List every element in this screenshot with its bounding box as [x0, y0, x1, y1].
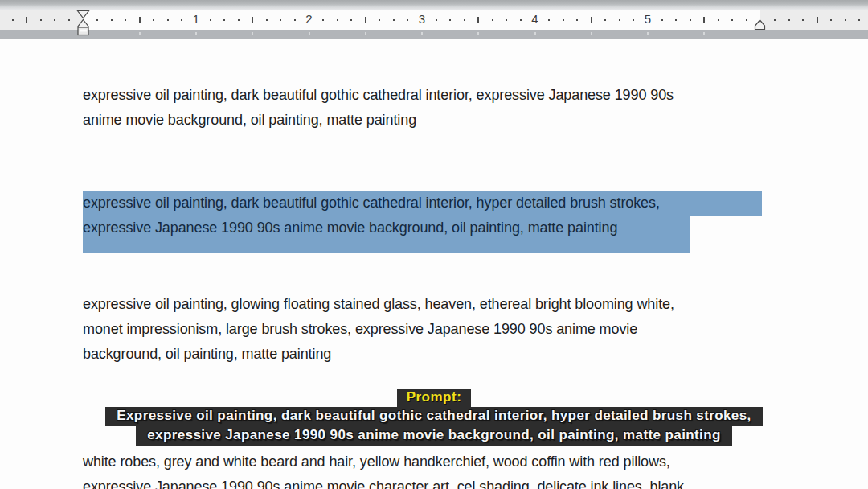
indent-marker-right-icon[interactable] [753, 19, 767, 31]
prompt-label: Prompt: [397, 389, 472, 407]
paragraph-4[interactable]: white robes, grey and white beard and ha… [83, 450, 684, 489]
text-line[interactable]: expressive oil painting, glowing floatin… [83, 292, 674, 317]
ruler-dot [125, 19, 126, 21]
text-line[interactable]: monet impressionism, large brush strokes… [83, 317, 674, 342]
ruler-halfinch-tick [252, 17, 253, 23]
ruler-dot [661, 19, 663, 21]
ruler-halfinch-tick [365, 17, 366, 23]
ruler-dot [548, 19, 550, 21]
ruler-halfinch-tick [477, 17, 479, 23]
ruler-dot [845, 19, 846, 21]
ruler-dot [266, 19, 268, 21]
ruler-band-tick [421, 32, 423, 35]
ruler-halfinch-tick [591, 17, 592, 23]
ruler-dot [111, 19, 113, 21]
ruler-dot [633, 19, 634, 21]
paragraph-2-selected[interactable]: expressive oil painting, dark beautiful … [83, 191, 660, 240]
ruler-dot [350, 19, 352, 21]
ruler-lower-band [0, 30, 868, 39]
subtitle-line: Expressive oil painting, dark beautiful … [105, 407, 762, 426]
ruler-halfinch-tick [139, 17, 141, 23]
ruler-number: 5 [640, 11, 656, 27]
ruler-dot [436, 19, 437, 21]
ruler-band-tick [477, 32, 479, 35]
ruler-dot [210, 19, 211, 21]
ruler-dot [675, 19, 677, 21]
ruler-dot [858, 19, 860, 21]
ruler-band-tick [252, 32, 253, 35]
ruler-dot [407, 19, 408, 21]
word-processor-window: 12345 expressive oil painting, dark beau… [0, 0, 868, 489]
subtitle-overlay: Prompt: Expressive oil painting, dark be… [0, 389, 868, 446]
text-line[interactable]: anime movie background, oil painting, ma… [83, 108, 674, 133]
ruler-dot [379, 19, 380, 21]
ruler-dot [774, 19, 776, 21]
ruler-dot [464, 19, 465, 21]
indent-marker-left-icon[interactable] [76, 10, 90, 36]
ruler-dot [802, 19, 804, 21]
ruler-dot [167, 19, 169, 21]
ruler-dot [238, 19, 240, 21]
ruler-band-tick [365, 32, 366, 35]
text-line[interactable]: expressive Japanese 1990 90s anime movie… [83, 475, 684, 489]
ruler-band-tick [309, 32, 310, 35]
ruler-band-tick [534, 32, 536, 35]
ruler-dot [506, 19, 507, 21]
ruler-strip[interactable]: 12345 [0, 10, 868, 30]
text-line[interactable]: white robes, grey and white beard and ha… [83, 450, 684, 475]
ruler-dot [54, 19, 55, 21]
ruler-dot [690, 19, 691, 21]
ruler-dot [337, 19, 338, 21]
ruler-dot [576, 19, 578, 21]
text-line[interactable]: background, oil painting, matte painting [83, 342, 674, 367]
ruler-dot [731, 19, 733, 21]
selection-highlight [83, 240, 690, 253]
ruler-dot [153, 19, 154, 21]
ruler-halfinch-tick [703, 17, 705, 23]
ruler-dot [12, 19, 14, 21]
ruler-top-edge [0, 0, 868, 10]
ruler-dot [619, 19, 620, 21]
ruler-dot [280, 19, 281, 21]
ruler-halfinch-tick [26, 17, 27, 23]
ruler-dot [449, 19, 451, 21]
subtitle-line: expressive Japanese 1990 90s anime movie… [136, 426, 732, 446]
ruler-band-tick [703, 32, 705, 35]
ruler-dot [788, 19, 790, 21]
ruler-dot [746, 19, 747, 21]
text-line[interactable]: expressive Japanese 1990 90s anime movie… [83, 216, 660, 240]
ruler-number: 4 [527, 11, 543, 27]
ruler-number: 2 [301, 11, 317, 27]
ruler-band-tick [647, 32, 649, 35]
text-line[interactable]: expressive oil painting, dark beautiful … [83, 83, 674, 108]
horizontal-ruler[interactable]: 12345 [0, 0, 868, 39]
ruler-dot [393, 19, 395, 21]
ruler-number: 1 [188, 11, 204, 27]
ruler-dot [604, 19, 606, 21]
ruler-dot [68, 19, 70, 21]
text-line[interactable]: expressive oil painting, dark beautiful … [83, 191, 660, 216]
ruler-dot [563, 19, 564, 21]
ruler-dot [181, 19, 182, 21]
ruler-number: 3 [414, 11, 430, 27]
ruler-dot [492, 19, 493, 21]
ruler-dot [830, 19, 832, 21]
ruler-dot [718, 19, 719, 21]
ruler-dot [223, 19, 225, 21]
ruler-dot [294, 19, 296, 21]
paragraph-3[interactable]: expressive oil painting, glowing floatin… [83, 292, 674, 367]
ruler-dot [520, 19, 522, 21]
ruler-halfinch-tick [817, 17, 818, 23]
ruler-band-tick [139, 32, 141, 35]
ruler-dot [96, 19, 98, 21]
ruler-dot [322, 19, 324, 21]
ruler-dot [40, 19, 42, 21]
ruler-band-tick [195, 32, 197, 35]
ruler-band-tick [591, 32, 592, 35]
paragraph-1[interactable]: expressive oil painting, dark beautiful … [83, 83, 674, 133]
